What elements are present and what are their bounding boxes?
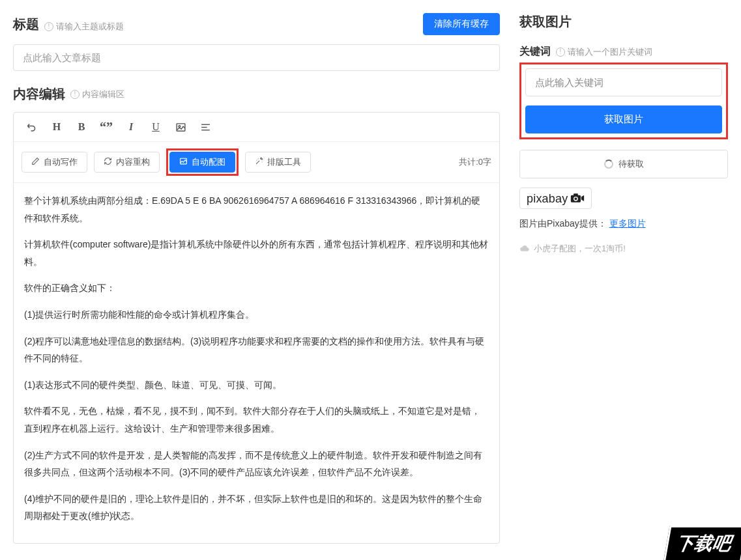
main-column: 标题 ! 请输入主题或标题 清除所有缓存 内容编辑 ! 内容编辑区 H B “”…: [0, 0, 513, 560]
info-icon: !: [44, 22, 53, 31]
content-paragraph: (4)维护不同的硬件是旧的，理论上软件是旧的，并不坏，但实际上软件也是旧的和坏的…: [24, 490, 489, 525]
loading-icon: [604, 160, 613, 169]
italic-icon[interactable]: I: [121, 118, 141, 136]
auto-write-button[interactable]: 自动写作: [22, 152, 87, 173]
keyword-hint: ! 请输入一个图片关键词: [556, 46, 652, 58]
title-hint: ! 请输入主题或标题: [44, 21, 124, 33]
editor-content[interactable]: 整个计算机系统由两部分组成：E.69DA 5 E 6 BA 9062616964…: [14, 183, 499, 543]
pixabay-logo-text: pixabay: [527, 192, 568, 206]
svg-point-1: [178, 125, 180, 127]
content-paragraph: (2)生产方式不同的软件是开发，是人类智能的高发挥，而不是传统意义上的硬件制造。…: [24, 447, 489, 481]
provider-line: 图片由Pixabay提供： 更多图片: [519, 218, 728, 230]
keyword-label: 关键词: [519, 45, 551, 59]
image-icon[interactable]: [170, 118, 191, 136]
quote-icon[interactable]: “”: [96, 118, 117, 136]
content-paragraph: 软件看不见，无色，枯燥，看不见，摸不到，闻不到。软件大部分存在于人们的头脑或纸上…: [24, 402, 489, 437]
cloud-icon: [519, 244, 530, 254]
keyword-highlight: 获取图片: [519, 63, 728, 139]
title-heading: 标题: [13, 16, 39, 33]
pixabay-badge[interactable]: pixabay: [519, 188, 592, 209]
refresh-icon: [104, 157, 112, 167]
undo-icon[interactable]: [22, 118, 42, 136]
content-paragraph: 整个计算机系统由两部分组成：E.69DA 5 E 6 BA 9062616964…: [24, 192, 489, 227]
picture-icon: [179, 157, 188, 167]
title-header: 标题 ! 请输入主题或标题 清除所有缓存: [13, 13, 500, 35]
heading-icon[interactable]: H: [46, 118, 67, 136]
editor-box: H B “” I U 自动写作 内容重构: [13, 112, 500, 544]
watermark: 下载吧 www.xiazaiba.com: [667, 525, 741, 560]
clear-cache-button[interactable]: 清除所有缓存: [423, 13, 500, 35]
content-paragraph: 软件的正确含义如下：: [24, 279, 489, 297]
content-paragraph: (1)表达形式不同的硬件类型、颜色、味道、可见、可摸、可闻。: [24, 376, 489, 394]
content-paragraph: (1)提供运行时所需功能和性能的命令或计算机程序集合。: [24, 306, 489, 324]
format-toolbar: H B “” I U: [14, 113, 499, 142]
content-paragraph: 计算机软件(computer software)是指计算机系统中除硬件以外的所有…: [24, 236, 489, 270]
align-icon[interactable]: [195, 118, 216, 136]
more-images-link[interactable]: 更多图片: [609, 218, 646, 229]
camera-icon: [570, 193, 585, 205]
action-toolbar: 自动写作 内容重构 自动配图 排版工具: [14, 142, 499, 183]
svg-rect-5: [181, 158, 187, 164]
layout-tool-button[interactable]: 排版工具: [245, 152, 311, 173]
fetch-image-button[interactable]: 获取图片: [525, 105, 722, 133]
pencil-icon: [31, 157, 40, 167]
editor-hint: ! 内容编辑区: [70, 89, 124, 100]
tao-line: 小虎子配图，一次1淘币!: [519, 243, 728, 255]
content-paragraph: (2)程序可以满意地处理信息的数据结构。(3)说明程序功能要求和程序需要的文档的…: [24, 333, 489, 367]
sidebar-header: 获取图片: [519, 13, 728, 31]
magic-icon: [255, 157, 263, 167]
watermark-text: 下载吧: [663, 525, 741, 560]
keyword-input[interactable]: [525, 68, 722, 96]
svg-rect-7: [574, 193, 579, 195]
auto-image-highlight: 自动配图: [166, 148, 239, 176]
keyword-header: 关键词 ! 请输入一个图片关键词: [519, 45, 728, 59]
editor-header: 内容编辑 ! 内容编辑区: [13, 85, 500, 103]
pending-button[interactable]: 待获取: [519, 150, 728, 178]
word-count: 共计:0字: [459, 156, 491, 168]
editor-heading: 内容编辑: [13, 85, 65, 103]
restructure-button[interactable]: 内容重构: [94, 152, 160, 173]
auto-image-button[interactable]: 自动配图: [169, 152, 235, 173]
title-input[interactable]: [13, 44, 500, 71]
svg-point-9: [575, 197, 577, 200]
bold-icon[interactable]: B: [71, 118, 92, 136]
info-icon: !: [70, 90, 80, 99]
sidebar: 获取图片 关键词 ! 请输入一个图片关键词 获取图片 待获取 pixabay 图…: [513, 0, 741, 560]
info-icon: !: [556, 48, 565, 57]
underline-icon[interactable]: U: [145, 118, 166, 136]
sidebar-heading: 获取图片: [519, 13, 572, 31]
